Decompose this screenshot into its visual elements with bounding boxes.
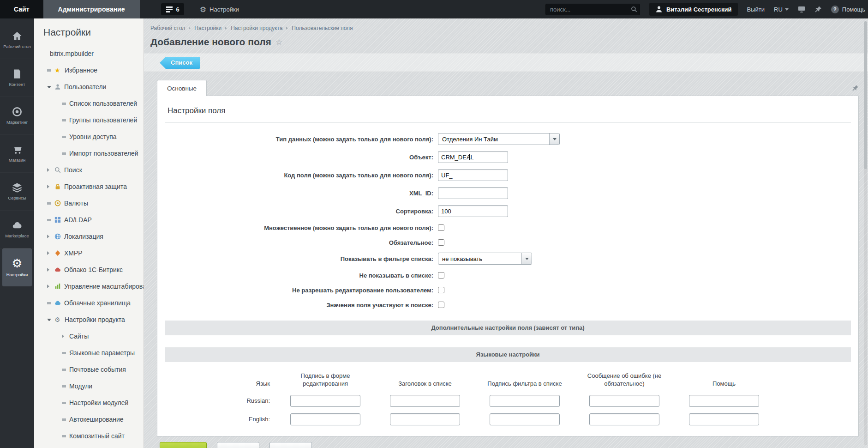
language-settings-table: Язык Подпись в форме редактирования Заго… [229,372,774,429]
favorite-star-icon[interactable]: ☆ [275,37,282,47]
sidebar-item-users[interactable]: Пользователи [34,79,144,95]
required-checkbox[interactable] [438,239,444,246]
sidebar-item-scaling[interactable]: Управление масштабирован [34,278,144,295]
scrollbar-thumb[interactable] [864,21,867,169]
breadcrumb-link[interactable]: Настройки продукта [231,25,282,31]
data-type-select[interactable]: Отделения Ин Тайм [438,133,560,145]
form-row: Тип данных (можно задать только для ново… [165,133,851,145]
en-error-message-input[interactable] [589,413,659,425]
sidebar-item-user-groups[interactable]: Группы пользователей [34,112,144,128]
search-input[interactable] [545,4,640,15]
cart-icon [12,145,22,155]
help-label: Помощь [842,6,865,13]
select-dropdown-button[interactable] [549,133,559,145]
chevron-down-icon [525,258,529,260]
sidebar-item-currencies[interactable]: Валюты [34,195,144,212]
ru-edit-caption-input[interactable] [290,395,360,407]
breadcrumb: Рабочий стол Настройки Настройки продукт… [144,18,868,31]
site-tab[interactable]: Сайт [0,0,43,18]
pin-icon[interactable] [852,85,859,91]
no-user-edit-checkbox[interactable] [438,287,444,293]
field-code-input[interactable] [438,169,508,181]
search-icon[interactable] [631,6,637,12]
admin-tab[interactable]: Администрирование [43,0,140,18]
sidebar-item-mail-events[interactable]: Почтовые события [34,361,144,378]
rail-item-marketplace[interactable]: Marketplace [0,211,34,248]
sidebar-item-mpbuilder[interactable]: bitrix.mpbuilder [34,45,144,62]
scrollbar[interactable] [864,21,867,445]
cancel-button[interactable] [269,442,312,448]
filter-show-select[interactable]: не показывать [438,253,532,265]
sidebar-item-autocache[interactable]: Автокеширование [34,411,144,428]
cloud-icon [12,220,22,230]
sidebar-item-composite-site[interactable]: Композитный сайт [34,428,144,444]
sidebar-item-cloud-storage[interactable]: Облачные хранилища [34,295,144,311]
column-header: Сообщение об ошибке (не обязательное) [575,372,674,392]
monitor-icon[interactable] [798,6,805,13]
en-list-header-input[interactable] [390,413,460,425]
ru-error-message-input[interactable] [589,395,659,407]
logout-link[interactable]: Выйти [747,6,765,13]
rail-item-settings[interactable]: ⚙ Настройки [2,248,32,286]
object-input[interactable] [438,151,508,163]
sidebar-item-adldap[interactable]: AD/LDAP [34,212,144,228]
text-cursor [469,154,470,160]
en-filter-caption-input[interactable] [490,413,560,425]
hide-in-list-checkbox[interactable] [438,272,444,278]
sidebar-item-localization[interactable]: Локализация [34,228,144,245]
sidebar-item-cloud-1c[interactable]: Облако 1С-Битрикс [34,261,144,278]
notifications-button[interactable]: 6 [161,3,184,15]
sidebar-item-label: Управление масштабирован [64,283,144,290]
rail-item-marketing[interactable]: Маркетинг [0,97,34,135]
user-icon [655,6,663,13]
sidebar-item-label: AD/LDAP [64,216,92,224]
sidebar-item-language-params[interactable]: Языковые параметры [34,345,144,361]
breadcrumb-link[interactable]: Настройки [194,25,221,31]
xml-id-input[interactable] [438,187,508,199]
ru-filter-caption-input[interactable] [490,395,560,407]
help-button[interactable]: ? Помощь [831,6,865,13]
sidebar-item-access-levels[interactable]: Уровни доступа [34,128,144,145]
sort-input[interactable] [438,205,508,217]
user-menu[interactable]: Виталий Сестренский [649,3,738,16]
language-selector[interactable]: RU [774,6,789,13]
bullet-marker [47,302,51,304]
multiple-checkbox[interactable] [438,224,444,231]
ru-help-input[interactable] [689,395,759,407]
breadcrumb-link[interactable]: Рабочий стол [150,25,185,31]
searchable-checkbox[interactable] [438,302,444,308]
sidebar-item-modules[interactable]: Модули [34,378,144,394]
sidebar-item-label: Автокеширование [69,416,124,423]
rail-item-services[interactable]: Сервисы [0,173,34,211]
sidebar-item-module-settings[interactable]: Настройки модулей [34,394,144,411]
tab-main[interactable]: Основные [157,80,207,96]
row-label: Russian: [229,392,275,410]
list-button[interactable]: Список [160,57,200,69]
en-help-input[interactable] [689,413,759,425]
rail-item-shop[interactable]: Магазин [0,135,34,173]
apply-button[interactable] [217,442,259,448]
sidebar-item-user-list[interactable]: Список пользователей [34,95,144,112]
sidebar-item-search[interactable]: Поиск [34,162,144,178]
rail-item-content[interactable]: Контент [0,59,34,97]
expand-closed-icon [47,168,51,172]
ru-list-header-input[interactable] [390,395,460,407]
save-button[interactable] [160,442,207,448]
rail-item-desktop[interactable]: Рабочий стол [0,21,34,59]
sidebar-item-product-settings[interactable]: ⚙ Настройки продукта [34,311,144,328]
sidebar-item-sites[interactable]: Сайты [34,328,144,345]
breadcrumb-arrow-icon [225,27,227,30]
breadcrumb-current[interactable]: Пользовательские поля [292,25,353,31]
sidebar-item-label: Поиск [64,166,82,174]
sidebar-item-favorites[interactable]: ★ Избранное [34,62,144,79]
grid-icon [54,217,61,223]
tab-bar: Основные [157,80,859,96]
topbar-settings-button[interactable]: ⚙ Настройки [200,5,239,14]
sidebar-item-user-import[interactable]: Импорт пользователей [34,145,144,162]
en-edit-caption-input[interactable] [290,413,360,425]
select-dropdown-button[interactable] [521,253,532,264]
pin-icon[interactable] [814,6,822,13]
sidebar-item-xmpp[interactable]: XMPP [34,245,144,261]
sidebar-item-proactive-protection[interactable]: Проактивная защита [34,178,144,195]
sidebar-item-label: Избранное [65,67,97,74]
